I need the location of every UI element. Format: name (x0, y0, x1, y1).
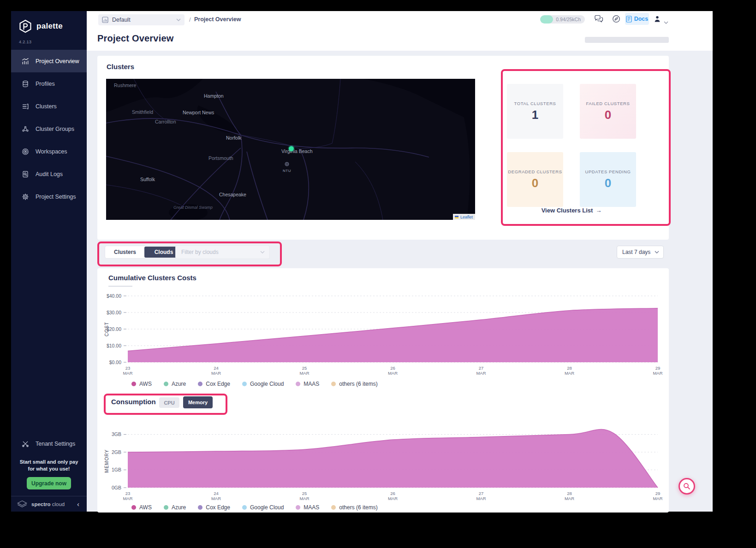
stat-card-total-clusters: TOTAL CLUSTERS 1 (507, 84, 563, 139)
leaflet-link[interactable]: Leaflet (460, 215, 473, 219)
tools-icon (22, 440, 29, 448)
svg-text:23: 23 (125, 365, 131, 371)
sidebar-item-profiles[interactable]: Profiles (11, 72, 87, 95)
palette-logo-icon (18, 19, 32, 33)
top-bar: Default / Project Overview 0.94/25kCh (87, 11, 713, 51)
legend-dot-icon (331, 382, 336, 386)
svg-text:$0.00: $0.00 (109, 359, 121, 365)
stat-card-failed-clusters: FAILED CLUSTERS 0 (580, 84, 636, 139)
map-place-label: Rushmere (114, 82, 136, 88)
chat-button[interactable] (594, 15, 603, 25)
project-selector-dropdown[interactable]: Default (98, 14, 185, 25)
chevron-down-icon (664, 21, 668, 24)
svg-text:MAR: MAR (653, 496, 662, 501)
clusters-map[interactable]: RushmereHamptonSmithfieldNewport NewsCar… (106, 79, 475, 220)
user-menu-button[interactable] (654, 15, 661, 24)
tab-memory[interactable]: Memory (183, 396, 213, 408)
map-place-label: Portsmouth (208, 155, 233, 161)
svg-text:MAR: MAR (211, 371, 221, 376)
svg-text:23: 23 (125, 491, 131, 496)
cumulative-costs-chart: $0.00$10.00$20.00$30.00$40.0023MAR24MAR2… (97, 282, 669, 378)
legend-label: MAAS (304, 381, 319, 387)
map-place-label: Hampton (204, 93, 224, 99)
page-title: Project Overview (97, 33, 174, 44)
brand: palette (18, 19, 63, 33)
sidebar: palette 4.2.13 Project Overview (11, 11, 87, 512)
svg-text:$30.00: $30.00 (107, 310, 121, 315)
sidebar-item-tenant-settings[interactable]: Tenant Settings (11, 432, 87, 455)
date-range-select[interactable]: Last 7 days (617, 246, 664, 259)
sidebar-item-project-settings[interactable]: Project Settings (11, 185, 87, 208)
sidebar-item-workspaces[interactable]: Workspaces (11, 140, 87, 163)
map-place-label: Chesapeake (219, 192, 246, 197)
sidebar-item-cluster-groups[interactable]: Cluster Groups (11, 118, 87, 140)
svg-text:28: 28 (567, 491, 572, 496)
memory-chart-legend: AWSAzureCox EdgeGoogle CloudMAASothers (… (131, 504, 378, 511)
sidebar-item-project-overview[interactable]: Project Overview (11, 50, 87, 72)
docs-button[interactable]: Docs (625, 13, 649, 25)
airport-code: NTU (283, 169, 291, 173)
sidebar-item-label: Tenant Settings (36, 441, 75, 447)
legend-label: Azure (172, 504, 186, 511)
filter-by-clouds-select[interactable]: Filter by clouds (175, 245, 270, 259)
cost-chart-title: Cumulative Clusters Costs (108, 274, 196, 282)
tab-cpu[interactable]: CPU (159, 397, 179, 408)
legend-item: Cox Edge (198, 381, 230, 387)
svg-text:MEMORY: MEMORY (104, 449, 109, 473)
legend-label: Azure (172, 381, 186, 387)
svg-text:28: 28 (567, 365, 572, 371)
cluster-location-marker[interactable] (289, 146, 294, 151)
svg-text:24: 24 (214, 365, 219, 371)
chevron-down-icon (176, 18, 181, 21)
airport-marker: NTU (283, 160, 291, 173)
legend-item: MAAS (296, 381, 319, 387)
legend-dot-icon (242, 505, 247, 510)
svg-text:27: 27 (479, 365, 484, 371)
svg-text:$40.00: $40.00 (107, 293, 121, 299)
docs-book-icon (626, 16, 632, 23)
user-menu-chevron[interactable] (664, 18, 668, 26)
map-place-label: Norfolk (226, 135, 241, 141)
filter-placeholder: Filter by clouds (181, 249, 260, 255)
view-toggle-group: Clusters Clouds (105, 246, 184, 259)
stat-card-updates-pending: UPDATES PENDING 0 (580, 152, 636, 207)
legend-dot-icon (296, 382, 300, 386)
legend-label: Cox Edge (206, 504, 230, 511)
upgrade-promo-text: Start small and only pay for what you us… (15, 459, 83, 472)
svg-text:MAR: MAR (653, 371, 662, 376)
sidebar-collapse-chevron[interactable]: ‹ (75, 500, 81, 508)
tab-clusters[interactable]: Clusters (106, 247, 144, 258)
svg-text:29: 29 (655, 365, 661, 371)
svg-text:MAR: MAR (123, 496, 132, 501)
explore-button[interactable] (612, 15, 620, 25)
cluster-groups-nodes-icon (22, 125, 29, 133)
search-fab-button[interactable] (679, 478, 695, 495)
legend-dot-icon (164, 505, 168, 510)
credits-usage-pill[interactable]: 0.94/25kCh (540, 15, 585, 24)
sidebar-item-audit-logs[interactable]: Audit Logs (11, 163, 87, 185)
sidebar-item-clusters[interactable]: Clusters (11, 95, 87, 118)
project-selector-value: Default (112, 17, 173, 23)
charts-panel: Cumulative Clusters Costs $0.00$10.00$20… (97, 268, 669, 513)
upgrade-now-button[interactable]: Upgrade now (27, 477, 71, 489)
app-version: 4.2.13 (19, 40, 31, 44)
svg-text:MAR: MAR (476, 371, 486, 376)
legend-label: others (6 items) (339, 381, 377, 387)
workspaces-rings-icon (22, 148, 29, 155)
stat-label: TOTAL CLUSTERS (514, 101, 556, 106)
sidebar-item-label: Cluster Groups (36, 126, 74, 132)
svg-text:MAR: MAR (565, 371, 574, 376)
legend-label: AWS (139, 504, 152, 511)
legend-item: others (6 items) (331, 381, 377, 387)
airport-icon (285, 162, 289, 166)
legend-dot-icon (198, 505, 202, 510)
stat-label: DEGRADED CLUSTERS (508, 169, 562, 174)
svg-text:26: 26 (390, 491, 395, 496)
stat-label: UPDATES PENDING (585, 169, 631, 174)
svg-text:29: 29 (655, 491, 661, 496)
brand-name: palette (36, 22, 63, 31)
view-clusters-list-link[interactable]: View Clusters List→ (521, 207, 622, 214)
breadcrumb[interactable]: Project Overview (194, 16, 241, 23)
legend-label: MAAS (304, 504, 319, 511)
legend-item: AWS (131, 381, 152, 387)
